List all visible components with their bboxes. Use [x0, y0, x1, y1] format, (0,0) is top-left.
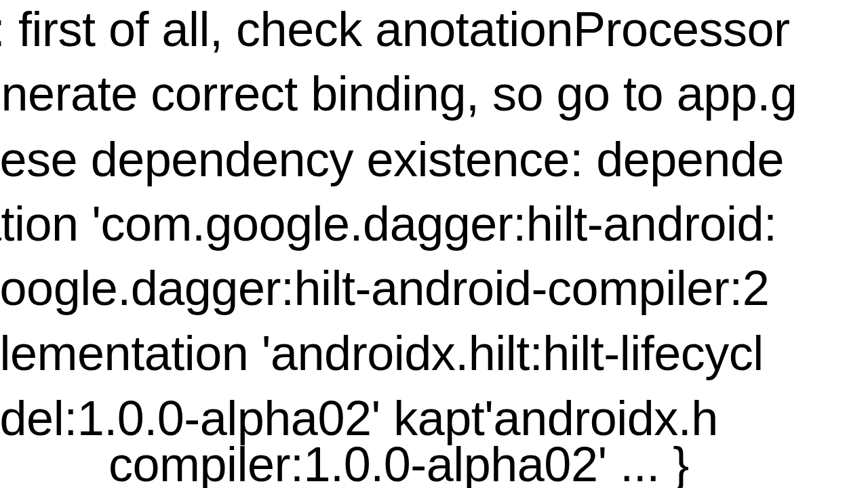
- text-line-2: enerate correct binding, so go to app.g: [0, 62, 797, 127]
- text-line-5: google.dagger:hilt-android-compiler:2: [0, 256, 769, 321]
- text-line-4: ation 'com.google.dagger:hilt-android:: [0, 192, 777, 257]
- text-line-6: plementation 'androidx.hilt:hilt-lifecyc…: [0, 321, 764, 386]
- text-line-3: hese dependency existence: depende: [0, 127, 784, 192]
- text-line-1: : first of all, check anotationProcessor: [0, 0, 790, 62]
- text-line-8: compiler:1.0.0-alpha02' ... }: [108, 432, 689, 488]
